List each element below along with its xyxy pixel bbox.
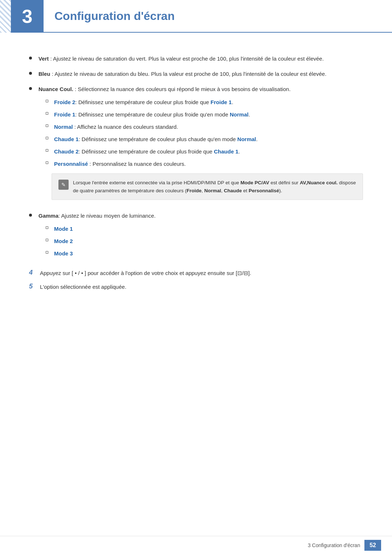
main-bullet-list: Vert : Ajustez le niveau de saturation d… (29, 54, 363, 262)
bullet-text-vert: Vert : Ajustez le niveau de saturation d… (38, 54, 363, 63)
bullet-dot-bleu (29, 72, 32, 75)
bullet-dot-gamma (29, 214, 32, 217)
chapter-title: Configuration d'écran (54, 9, 175, 23)
ref-froide1: Froide 1 (211, 99, 232, 105)
term-nuance: Nuance Coul. (38, 86, 73, 92)
term-bleu: Bleu (38, 71, 50, 77)
step-text-5: L'option sélectionnée est appliquée. (40, 283, 363, 291)
footer-page: 52 (364, 540, 381, 551)
page-container: 3 Configuration d'écran Vert : Ajustez l… (0, 0, 392, 554)
sub-item-froide2: Froide 2: Définissez une température de … (46, 98, 363, 107)
info-box: Lorsque l'entrée externe est connectée v… (52, 173, 363, 200)
sub-item-mode2: Mode 2 (46, 237, 363, 246)
ref-normal-2: Normal (237, 136, 256, 142)
step-4: 4 Appuyez sur [ • / • ] pour accéder à l… (29, 269, 363, 278)
sub-text-personnalise: Personnalisé : Personnalisez la nuance d… (54, 160, 363, 168)
step-number-4: 4 (29, 269, 40, 276)
sub-text-chaude2: Chaude 2: Définissez une température de … (54, 147, 363, 156)
nuance-intro: : Sélectionnez la nuance des couleurs qu… (73, 86, 291, 92)
content-area: Vert : Ajustez le niveau de saturation d… (0, 54, 392, 291)
bullet-text-bleu: Bleu : Ajustez le niveau de saturation d… (38, 70, 363, 78)
sub-bullet (46, 251, 48, 254)
sub-text-froide1: Froide 1: Définissez une température de … (54, 110, 363, 119)
sub-bullet (46, 239, 48, 241)
step-text-4: Appuyez sur [ • / • ] pour accéder à l'o… (40, 269, 363, 278)
chapter-title-block: Configuration d'écran (44, 0, 392, 33)
term-froide1: Froide 1 (54, 111, 75, 118)
chapter-number: 3 (22, 5, 33, 27)
sub-bullet (46, 124, 48, 127)
ref-normal: Normal (230, 111, 249, 118)
term-chaude2: Chaude 2 (54, 148, 79, 155)
bullet-text-gamma: Gamma: Ajustez le niveau moyen de lumina… (38, 212, 363, 262)
list-item-gamma: Gamma: Ajustez le niveau moyen de lumina… (29, 212, 363, 262)
sub-text-mode1: Mode 1 (54, 225, 363, 233)
info-mode-pcav: Mode PC/AV (241, 180, 269, 185)
nuance-sub-list: Froide 2: Définissez une température de … (46, 98, 363, 168)
term-chaude1: Chaude 1 (54, 136, 79, 142)
bullet-dot-nuance (29, 87, 32, 90)
sub-item-mode1: Mode 1 (46, 225, 363, 233)
list-item-vert: Vert : Ajustez le niveau de saturation d… (29, 54, 363, 63)
sub-item-mode3: Mode 3 (46, 249, 363, 258)
header-decoration (0, 0, 11, 33)
footer: 3 Configuration d'écran 52 (0, 536, 392, 554)
footer-label: 3 Configuration d'écran (308, 542, 360, 548)
sub-text-chaude1: Chaude 1: Définissez une température de … (54, 135, 363, 144)
term-normal: Normal (54, 124, 73, 130)
sub-bullet (46, 226, 48, 229)
chapter-number-block: 3 (11, 0, 44, 33)
info-text: Lorsque l'entrée externe est connectée v… (73, 179, 356, 194)
sub-text-mode3: Mode 3 (54, 249, 363, 258)
ref-chaude1: Chaude 1 (214, 148, 238, 155)
info-chaude: Chaude (224, 188, 242, 193)
bullet-dot (29, 57, 32, 59)
gamma-intro: : Ajustez le niveau moyen de luminance. (58, 213, 156, 219)
term-froide2: Froide 2 (54, 99, 75, 105)
sub-item-chaude2: Chaude 2: Définissez une température de … (46, 147, 363, 156)
info-av-nuance: AV,Nuance coul. (300, 180, 338, 185)
info-normal: Normal (204, 188, 221, 193)
info-icon (58, 180, 69, 190)
sub-item-normal: Normal : Affichez la nuance des couleurs… (46, 123, 363, 131)
sub-text-normal: Normal : Affichez la nuance des couleurs… (54, 123, 363, 131)
sub-bullet (46, 137, 48, 139)
sub-item-froide1: Froide 1: Définissez une température de … (46, 110, 363, 119)
sub-item-chaude1: Chaude 1: Définissez une température de … (46, 135, 363, 144)
list-item-bleu: Bleu : Ajustez le niveau de saturation d… (29, 70, 363, 78)
term-personnalise: Personnalisé (54, 161, 88, 167)
text-bleu: : Ajustez le niveau de saturation du ble… (50, 71, 327, 77)
sub-item-personnalise: Personnalisé : Personnalisez la nuance d… (46, 160, 363, 168)
step-number-5: 5 (29, 283, 40, 290)
sub-text-froide2: Froide 2: Définissez une température de … (54, 98, 363, 107)
term-vert: Vert (38, 56, 49, 62)
list-item-nuance: Nuance Coul. : Sélectionnez la nuance de… (29, 85, 363, 205)
sub-text-mode2: Mode 2 (54, 237, 363, 246)
bullet-text-nuance: Nuance Coul. : Sélectionnez la nuance de… (38, 85, 363, 205)
info-personnalise: Personnalisé (249, 188, 279, 193)
sub-bullet (46, 112, 48, 115)
step-5: 5 L'option sélectionnée est appliquée. (29, 283, 363, 291)
info-froide: Froide (187, 188, 201, 193)
gamma-sub-list: Mode 1 Mode 2 Mode 3 (46, 225, 363, 258)
sub-bullet (46, 161, 48, 164)
sub-bullet (46, 149, 48, 152)
sub-bullet (46, 100, 48, 102)
header-section: 3 Configuration d'écran (0, 0, 392, 33)
term-gamma: Gamma (38, 213, 58, 219)
text-vert: : Ajustez le niveau de saturation du ver… (49, 56, 324, 62)
